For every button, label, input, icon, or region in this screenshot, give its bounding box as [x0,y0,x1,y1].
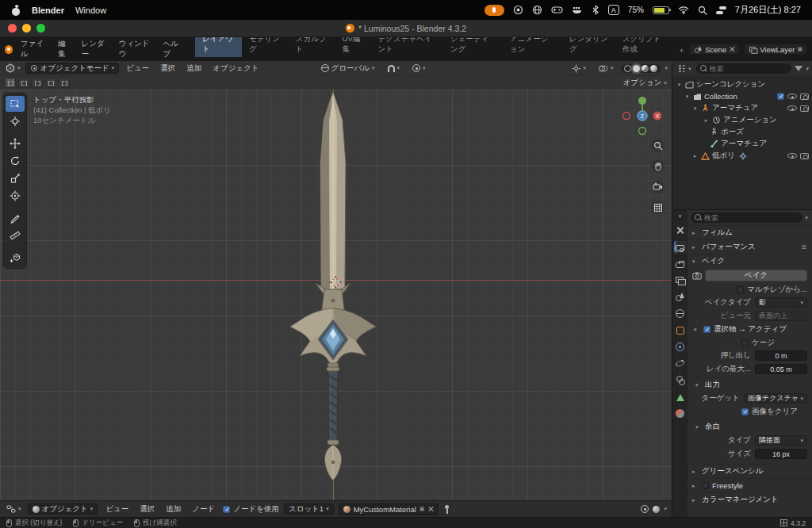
tool-cursor[interactable] [6,113,25,129]
menu-edit[interactable]: 編集 [53,37,76,61]
disclosure-icon[interactable]: ▸ [691,153,699,159]
mode-dropdown[interactable]: オブジェクトモード ▾ [25,63,120,74]
outliner-row-pose[interactable]: ポーズ [672,126,812,138]
use-nodes-checkbox[interactable] [223,506,230,513]
filter-chevron-icon[interactable]: ▾ [805,215,808,221]
disclosure-icon[interactable]: ▾ [676,82,683,88]
panel-performance[interactable]: ▸ パフォーマンス ≡ [688,239,812,254]
multires-checkbox[interactable] [737,286,744,293]
disable-in-render-icon[interactable] [800,105,809,112]
bake-button[interactable]: ベイク [705,270,807,281]
panel-grease-pencil[interactable]: ▸ グリースペンシル [688,464,812,478]
control-center-icon[interactable] [716,6,726,14]
pan-view-button[interactable] [651,159,665,173]
menubar-clock[interactable]: 7月26日(土) 8:27 [735,4,801,16]
shader-menu-select[interactable]: 選択 [136,503,158,515]
outliner-search-input[interactable] [710,65,788,73]
material-slot-dropdown[interactable]: スロット1 ▾ [284,503,334,515]
filter-icon[interactable] [795,66,802,71]
extrusion-field[interactable]: 0 m [755,350,807,361]
tab-viewlayer-properties[interactable] [674,274,687,286]
tab-constraint-properties[interactable] [674,374,687,386]
tool-measure[interactable] [6,228,25,243]
tool-add-primitive[interactable] [6,250,25,266]
minimize-window-button[interactable] [22,24,31,33]
freestyle-checkbox[interactable] [702,482,709,489]
shader-menu-view[interactable]: ビュー [102,503,132,515]
macos-app-menu[interactable]: Blender [32,6,64,15]
hide-in-viewport-icon[interactable] [787,94,797,99]
shader-editor-type-button[interactable]: ▾ [5,503,23,515]
shading-wireframe-button[interactable] [624,65,631,72]
outliner-row-armature-data[interactable]: アーマチュア [672,138,812,150]
macos-window-menu[interactable]: Window [75,6,106,15]
game-controller-icon[interactable] [551,6,563,14]
properties-editor-type-icon[interactable]: ▾ [679,213,682,220]
outliner-row-scene-collection[interactable]: ▾ シーンコレクション [672,78,812,90]
scene-selector[interactable]: Scene [689,44,740,55]
ray-distance-field[interactable]: 0.05 m [755,364,807,374]
panel-color-management[interactable]: ▸ カラーマネージメント [688,492,812,507]
tab-material-properties[interactable] [674,407,687,419]
target-dropdown[interactable]: 画像テクスチャ ▾ [744,393,807,404]
outliner-row-collection[interactable]: ▾ Collection [672,90,812,102]
select-mode-invert-button[interactable] [45,78,56,88]
panel-margin[interactable]: ▾ 余白 [688,419,812,434]
use-nodes-toggle[interactable]: ノードを使用 [223,504,279,515]
show-gizmo-toggle[interactable]: ▾ [568,63,590,74]
bluetooth-icon[interactable] [592,5,599,15]
shading-options-chevron-icon[interactable]: ▾ [665,65,668,71]
window-titlebar[interactable]: * Luminous25 - Blender 4.3.2 [0,20,812,37]
apple-menu-icon[interactable] [11,5,21,16]
margin-size-field[interactable]: 16 px [755,449,807,459]
preset-menu-icon[interactable]: ≡ [802,243,807,251]
zoom-view-button[interactable] [651,139,665,152]
tool-transform[interactable] [6,188,25,204]
select-mode-subtract-button[interactable] [32,78,43,88]
outliner-row-lowpoly[interactable]: ▸ 低ポリ [672,150,812,162]
viewport-canvas[interactable]: トップ・平行投影 (41) Collection | 低ポリ 10センチメートル… [0,90,672,500]
keyboard-globe-icon[interactable] [532,5,542,15]
menu-window[interactable]: ウィンドウ [114,37,158,61]
snap-toggle[interactable]: ▾ [384,63,404,74]
wifi-icon[interactable] [678,6,689,14]
overlays-toggle[interactable]: ▾ [594,63,618,74]
zoom-window-button[interactable] [36,24,45,33]
viewport-menu-select[interactable]: 選択 [156,63,179,75]
viewlayer-selector[interactable]: ViewLayer ▣ [744,44,807,55]
blender-menu-icon[interactable] [5,45,13,54]
clear-image-checkbox[interactable] [741,408,749,415]
tool-scale[interactable] [6,170,25,186]
properties-search[interactable] [691,212,802,223]
bake-type-dropdown[interactable]: 影 ▾ [755,297,807,308]
tab-modifier-properties[interactable] [674,341,687,353]
tab-data-properties[interactable] [674,391,687,403]
viewport-menu-add[interactable]: 追加 [182,63,205,75]
shader-menu-node[interactable]: ノード [189,503,218,515]
sword-model[interactable] [254,90,412,486]
snapping-icon[interactable] [641,505,649,513]
gizmo-x-label[interactable]: X [656,113,660,119]
hide-in-viewport-icon[interactable] [787,105,797,111]
unlink-material-icon[interactable] [427,506,434,512]
panel-freestyle[interactable]: ▸ Freestyle [688,478,812,492]
new-viewlayer-icon[interactable]: ▣ [797,46,802,52]
fake-user-icon[interactable]: ▣ [419,506,425,512]
hide-in-viewport-icon[interactable] [787,153,797,159]
transform-orientation-dropdown[interactable]: グローバル ▾ [317,63,379,74]
add-workspace-button[interactable]: + [675,44,689,57]
menu-render[interactable]: レンダー [77,37,113,61]
panel-bake[interactable]: ▾ ベイク [688,254,812,268]
docker-whale-icon[interactable] [572,6,583,14]
disclosure-icon[interactable]: ▾ [691,105,699,112]
tab-render-properties[interactable] [674,241,687,253]
spotlight-search-icon[interactable] [698,6,707,15]
material-name-field[interactable]: MyCustomMaterial ▣ [339,503,439,515]
select-mode-intersect-button[interactable] [59,78,70,88]
disable-in-render-icon[interactable] [800,94,809,100]
shading-material-button[interactable] [642,65,649,72]
panel-film[interactable]: ▸ フィルム [688,225,812,239]
editor-type-button[interactable]: ▾ [4,63,22,74]
shading-rendered-button[interactable] [650,65,657,72]
input-source-icon[interactable]: A [608,5,619,15]
